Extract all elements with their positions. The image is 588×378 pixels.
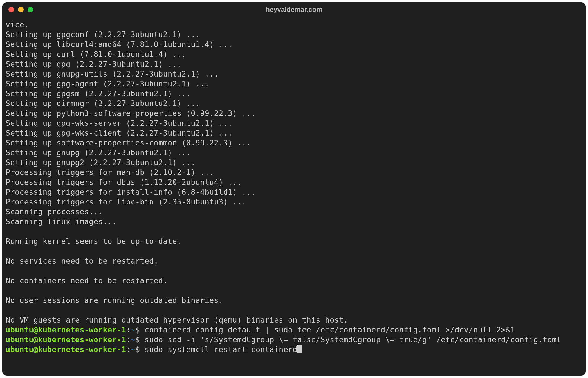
output-line: Processing triggers for install-info (6.… (6, 187, 582, 197)
history-command-1: sudo sed -i 's/SystemdCgroup \= false/Sy… (145, 335, 561, 344)
terminal-output: vice.Setting up gpgconf (2.2.27-3ubuntu2… (6, 20, 582, 325)
output-line: Setting up libcurl4:amd64 (7.81.0-1ubunt… (6, 39, 582, 49)
terminal-window: heyvaldemar.com vice.Setting up gpgconf … (2, 2, 586, 376)
history-line-1: ubuntu@kubernetes-worker-1:~$ sudo sed -… (6, 335, 582, 345)
output-line: Running kernel seems to be up-to-date. (6, 236, 582, 246)
output-line: vice. (6, 20, 582, 30)
output-line (6, 266, 582, 276)
titlebar: heyvaldemar.com (2, 2, 586, 17)
terminal-body[interactable]: vice.Setting up gpgconf (2.2.27-3ubuntu2… (2, 17, 586, 359)
prompt-path: ~ (131, 335, 135, 344)
output-line: No user sessions are running outdated bi… (6, 295, 582, 305)
current-prompt-line: ubuntu@kubernetes-worker-1:~$ sudo syste… (6, 345, 582, 354)
output-line: Setting up python3-software-properties (… (6, 108, 582, 118)
output-line: Setting up software-properties-common (0… (6, 138, 582, 148)
output-line: Setting up gpg-wks-client (2.2.27-3ubunt… (6, 128, 582, 138)
output-line: Scanning processes... (6, 207, 582, 217)
output-line (6, 285, 582, 295)
prompt-symbol: $ (135, 345, 140, 354)
prompt-user-host: ubuntu@kubernetes-worker-1 (6, 325, 126, 334)
output-line: Setting up curl (7.81.0-1ubuntu1.4) ... (6, 49, 582, 59)
output-line: Setting up gnupg (2.2.27-3ubuntu2.1) ... (6, 148, 582, 158)
output-line: No VM guests are running outdated hyperv… (6, 315, 582, 325)
output-line (6, 226, 582, 236)
maximize-window-button[interactable] (28, 7, 33, 12)
output-line: Setting up gpg-wks-server (2.2.27-3ubunt… (6, 118, 582, 128)
output-line: Setting up gnupg-utils (2.2.27-3ubuntu2.… (6, 69, 582, 79)
output-line: Setting up gpgconf (2.2.27-3ubuntu2.1) .… (6, 30, 582, 39)
history-line-0: ubuntu@kubernetes-worker-1:~$ containerd… (6, 325, 582, 335)
cursor-icon (297, 345, 302, 353)
prompt-user-host: ubuntu@kubernetes-worker-1 (6, 345, 126, 354)
output-line: Setting up gpg (2.2.27-3ubuntu2.1) ... (6, 59, 582, 69)
prompt-path: ~ (131, 325, 135, 334)
output-line (6, 305, 582, 315)
prompt-symbol: $ (135, 335, 140, 344)
output-line: Processing triggers for libc-bin (2.35-0… (6, 197, 582, 207)
close-window-button[interactable] (8, 7, 14, 12)
output-line: Processing triggers for man-db (2.10.2-1… (6, 167, 582, 177)
prompt-path: ~ (131, 345, 135, 354)
output-line: Setting up gpg-agent (2.2.27-3ubuntu2.1)… (6, 79, 582, 89)
output-line: Scanning linux images... (6, 217, 582, 226)
current-command-input[interactable]: sudo systemctl restart containerd (145, 345, 297, 354)
output-line: Setting up gpgsm (2.2.27-3ubuntu2.1) ... (6, 89, 582, 98)
traffic-lights (8, 7, 33, 12)
output-line: No services need to be restarted. (6, 256, 582, 266)
output-line: No containers need to be restarted. (6, 276, 582, 285)
window-title: heyvaldemar.com (2, 6, 586, 14)
output-line: Processing triggers for dbus (1.12.20-2u… (6, 177, 582, 187)
output-line: Setting up gnupg2 (2.2.27-3ubuntu2.1) ..… (6, 158, 582, 167)
history-command-0: containerd config default | sudo tee /et… (145, 325, 515, 334)
prompt-user-host: ubuntu@kubernetes-worker-1 (6, 335, 126, 344)
output-line: Setting up dirmngr (2.2.27-3ubuntu2.1) .… (6, 98, 582, 108)
prompt-symbol: $ (135, 325, 140, 334)
minimize-window-button[interactable] (18, 7, 24, 12)
output-line (6, 246, 582, 256)
